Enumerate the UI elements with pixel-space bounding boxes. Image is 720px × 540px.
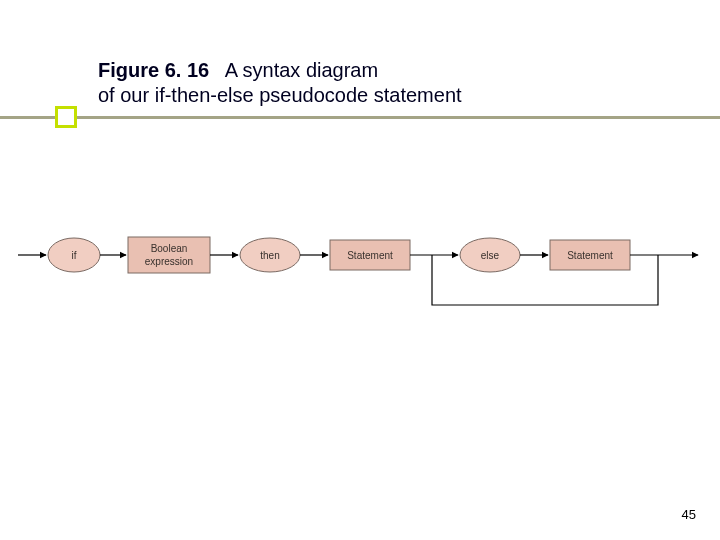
- node-boolexpr-label-1: Boolean: [151, 243, 188, 254]
- node-boolexpr-label-2: expression: [145, 256, 193, 267]
- node-then-terminal: then: [240, 238, 300, 272]
- title-underline: [0, 116, 720, 119]
- node-boolean-expression-nonterminal: Boolean expression: [128, 237, 210, 273]
- syntax-diagram: if Boolean expression then Statement els…: [18, 210, 708, 350]
- node-if-label: if: [72, 250, 77, 261]
- title-sep: [215, 59, 225, 81]
- node-else-label: else: [481, 250, 500, 261]
- figure-title: Figure 6. 16 A syntax diagram of our if-…: [98, 58, 462, 108]
- node-if-terminal: if: [48, 238, 100, 272]
- node-then-label: then: [260, 250, 279, 261]
- node-statement-1-nonterminal: Statement: [330, 240, 410, 270]
- page-number: 45: [682, 507, 696, 522]
- figure-description-line1: A syntax diagram: [225, 59, 378, 81]
- figure-description-line2: of our if-then-else pseudocode statement: [98, 84, 462, 106]
- figure-label: Figure 6. 16: [98, 59, 209, 81]
- node-stmt1-label: Statement: [347, 250, 393, 261]
- node-stmt2-label: Statement: [567, 250, 613, 261]
- accent-square-icon: [55, 106, 77, 128]
- node-statement-2-nonterminal: Statement: [550, 240, 630, 270]
- node-else-terminal: else: [460, 238, 520, 272]
